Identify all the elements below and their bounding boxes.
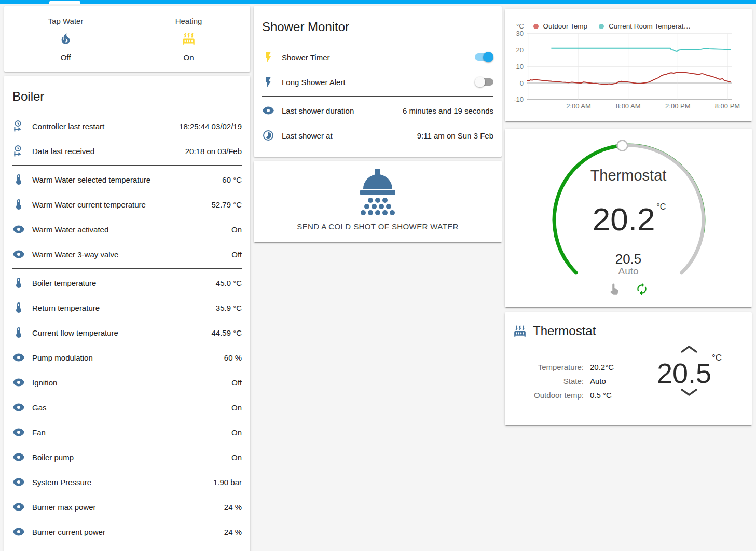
thermostat-info-card: Thermostat Temperature:20.2°C State:Auto… bbox=[505, 312, 752, 425]
eye-icon bbox=[12, 501, 25, 513]
eye-icon bbox=[12, 223, 25, 236]
cold-shot-button-card[interactable]: SEND A COLD SHOT OF SHOWER WATER bbox=[254, 161, 502, 242]
entity-label: Data last received bbox=[32, 147, 185, 156]
entity-row-shower-timer[interactable]: Shower Timer bbox=[262, 45, 493, 70]
card-title: Boiler bbox=[4, 76, 250, 105]
entity-row-last-shower-duration[interactable]: Last shower duration 6 minutes and 19 se… bbox=[262, 98, 493, 123]
thermostat-attributes: Temperature:20.2°C State:Auto Outdoor te… bbox=[513, 360, 614, 402]
entity-value: On bbox=[231, 225, 242, 234]
entity-value: Off bbox=[231, 250, 242, 259]
entity-value: 60 °C bbox=[222, 175, 242, 184]
temperature-history-card: °C Outdoor Temp Current Room Temperat… 3… bbox=[505, 9, 752, 121]
entity-label: Boiler pump bbox=[32, 453, 231, 462]
shower-monitor-card: Shower Monitor Shower Timer Long Shower … bbox=[254, 6, 502, 157]
entity-row-boiler-pump[interactable]: Boiler pump On bbox=[12, 445, 242, 470]
svg-text:10: 10 bbox=[516, 63, 524, 71]
entity-row-ww-current-temp[interactable]: Warm Water current temperature 52.79 °C bbox=[12, 192, 242, 217]
dial-unit: °C bbox=[656, 202, 666, 211]
entity-row-boiler-temp[interactable]: Boiler temperature 45.0 °C bbox=[12, 270, 242, 295]
entity-value: 1.90 bar bbox=[213, 478, 242, 487]
entity-value: On bbox=[231, 403, 242, 412]
shower-timer-toggle[interactable] bbox=[475, 52, 493, 62]
svg-text:8:00 PM: 8:00 PM bbox=[715, 102, 740, 110]
eye-icon bbox=[12, 526, 25, 538]
clock-start-icon bbox=[12, 120, 25, 132]
entity-value: 45.0 °C bbox=[216, 279, 242, 287]
setpoint-stepper: 20.5°C bbox=[645, 345, 733, 399]
fire-icon[interactable] bbox=[59, 32, 73, 46]
attribute-value: 20.2°C bbox=[590, 360, 614, 374]
glance-state: Off bbox=[4, 53, 127, 62]
entity-row-system-pressure[interactable]: System Pressure 1.90 bar bbox=[12, 470, 242, 494]
attribute-value: 0.5 °C bbox=[590, 388, 612, 402]
long-shower-alert-toggle[interactable] bbox=[475, 77, 493, 87]
eye-icon bbox=[12, 376, 25, 389]
radiator-icon[interactable] bbox=[182, 32, 196, 46]
entity-row-ww-3way-valve[interactable]: Warm Water 3-way valve Off bbox=[12, 242, 242, 267]
eye-icon bbox=[262, 104, 274, 117]
entity-row-ww-activated[interactable]: Warm Water activated On bbox=[12, 217, 242, 242]
entity-value: On bbox=[231, 453, 242, 462]
eye-icon bbox=[12, 451, 25, 463]
entity-row-ignition[interactable]: Ignition Off bbox=[12, 370, 242, 395]
entity-row-last-shower-at[interactable]: Last shower at 9:11 am on Sun 3 Feb bbox=[262, 123, 493, 148]
entity-value: 52.79 °C bbox=[211, 200, 242, 209]
shower-head-icon bbox=[353, 169, 403, 217]
manual-mode-hand-icon[interactable] bbox=[608, 282, 622, 296]
glance-item-tap-water[interactable]: Tap Water Off bbox=[4, 17, 127, 62]
thermometer-icon bbox=[12, 198, 25, 211]
thermometer-icon bbox=[12, 301, 25, 314]
entity-row-burner-max-power[interactable]: Burner max power 24 % bbox=[12, 494, 242, 519]
auto-mode-refresh-icon[interactable] bbox=[635, 282, 649, 296]
thermostat-dial-card: Thermostat 20.2°C 20.5 Auto bbox=[505, 129, 752, 307]
entity-label: Warm Water selected temperature bbox=[32, 175, 222, 184]
entity-row-pump-modulation[interactable]: Pump modulation 60 % bbox=[12, 345, 242, 370]
dial-current-temperature: 20.2°C bbox=[505, 201, 752, 238]
entity-label: Last shower at bbox=[282, 131, 417, 140]
entity-value: 9:11 am on Sun 3 Feb bbox=[417, 131, 493, 140]
entity-row-return-temp[interactable]: Return temperature 35.9 °C bbox=[12, 295, 242, 320]
svg-text:30: 30 bbox=[516, 30, 524, 37]
entity-row-ww-selected-temp[interactable]: Warm Water selected temperature 60 °C bbox=[12, 167, 242, 192]
attribute-value: Auto bbox=[590, 374, 606, 388]
entity-row-fan[interactable]: Fan On bbox=[12, 420, 242, 445]
eye-icon bbox=[12, 426, 25, 438]
setpoint-value: 20.5°C bbox=[645, 356, 733, 388]
eye-icon bbox=[12, 351, 25, 364]
dial-handle[interactable] bbox=[617, 141, 627, 151]
decrease-setpoint-button[interactable] bbox=[680, 388, 698, 397]
glance-card: Tap Water Off Heating On bbox=[4, 6, 250, 72]
dial-title: Thermostat bbox=[505, 167, 752, 184]
glance-item-heating[interactable]: Heating On bbox=[127, 17, 250, 62]
svg-text:2:00 PM: 2:00 PM bbox=[665, 102, 690, 110]
entity-value: 20:18 on 03/Feb bbox=[185, 147, 242, 156]
entity-value: On bbox=[231, 428, 242, 437]
entity-label: Ignition bbox=[32, 378, 231, 387]
attribute-label: State: bbox=[513, 374, 584, 388]
entity-row-gas[interactable]: Gas On bbox=[12, 395, 242, 420]
entity-label: Last shower duration bbox=[282, 106, 403, 115]
entity-label: Warm Water current temperature bbox=[32, 200, 211, 209]
active-tab-indicator[interactable] bbox=[49, 1, 80, 4]
attribute-label: Temperature: bbox=[513, 360, 584, 374]
app-header-bar bbox=[0, 0, 756, 4]
thermometer-icon bbox=[12, 326, 25, 339]
eye-icon bbox=[12, 248, 25, 260]
entity-row-long-shower-alert[interactable]: Long Shower Alert bbox=[262, 70, 493, 94]
section-divider bbox=[262, 96, 493, 97]
entity-label: Controller last restart bbox=[32, 122, 179, 131]
setpoint-unit: °C bbox=[712, 353, 722, 363]
entity-label: Shower Timer bbox=[282, 53, 475, 62]
glance-state: On bbox=[127, 53, 250, 62]
entity-label: Burner max power bbox=[32, 503, 224, 512]
entity-row-controller-last-restart[interactable]: Controller last restart 18:25:44 03/02/1… bbox=[12, 114, 242, 139]
thermometer-icon bbox=[12, 277, 25, 289]
increase-setpoint-button[interactable] bbox=[680, 345, 698, 354]
entity-value: 60 % bbox=[224, 353, 242, 362]
entity-row-current-flow-temp[interactable]: Current flow temperature 44.59 °C bbox=[12, 320, 242, 345]
entity-label: Gas bbox=[32, 403, 231, 412]
cold-shot-button-label[interactable]: SEND A COLD SHOT OF SHOWER WATER bbox=[254, 222, 502, 231]
section-divider bbox=[12, 268, 242, 269]
entity-row-burner-current-power[interactable]: Burner current power 24 % bbox=[12, 519, 242, 544]
entity-row-data-last-received[interactable]: Data last received 20:18 on 03/Feb bbox=[12, 139, 242, 163]
